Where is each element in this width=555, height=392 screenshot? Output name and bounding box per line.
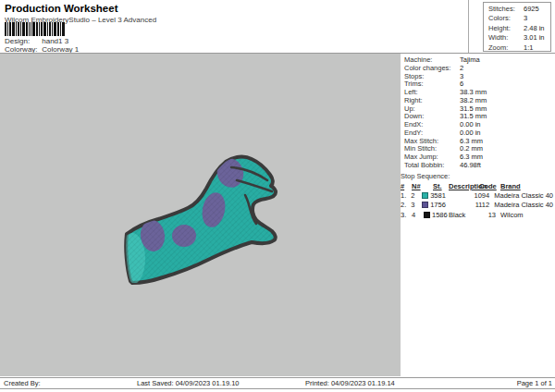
stat-label: Zoom:	[488, 43, 524, 53]
cell-st: 1586	[424, 211, 449, 220]
stop-sequence-title: Stop Sequence:	[401, 172, 553, 180]
info-value: 6.3 mm	[460, 153, 483, 161]
footer-rule-bottom	[0, 388, 555, 389]
cell-code: 1094	[475, 191, 490, 201]
info-value: 3	[460, 72, 463, 80]
col-header-code: Code	[479, 182, 496, 191]
info-value: 6	[460, 80, 463, 88]
footer-rule-top	[0, 377, 555, 378]
cell-num: 3.	[401, 211, 412, 220]
stat-value: 3.01 in	[524, 33, 545, 42]
header-divider	[468, 0, 469, 53]
info-value: 0.2 mm	[460, 144, 483, 153]
info-value: 0.00 in	[460, 129, 481, 137]
col-header-description: Description	[449, 182, 479, 191]
stat-row: Height:2.48 in	[488, 24, 550, 33]
cell-num: 1.	[401, 191, 411, 201]
stat-row: Width:3.01 in	[488, 33, 550, 43]
summary-stats-box: Stitches:6925 Colors:3 Height:2.48 in Wi…	[483, 2, 551, 52]
info-value: 31.5 mm	[460, 104, 487, 113]
stop-sequence-header-row: # N# St. Description Code Brand	[401, 182, 553, 191]
info-label: Total Bobbin:	[404, 162, 460, 170]
col-header-st: St.	[424, 182, 449, 191]
cell-n: 4	[412, 211, 424, 220]
stop-sequence-row: 3. 4 1586 Black 13 Wilcom	[401, 211, 553, 220]
stat-row: Stitches:6925	[488, 5, 550, 14]
stitch-count: 1756	[430, 201, 446, 209]
cell-code: 1112	[475, 201, 490, 210]
stop-sequence-row: 2. 3 1756 1112 Madeira Classic 40	[401, 201, 553, 210]
printed-text: Printed: 04/09/2023 01.19.14	[305, 379, 395, 387]
stat-value: 1:1	[524, 43, 533, 52]
stop-sequence-section: Stop Sequence: # N# St. Description Code…	[401, 172, 553, 220]
last-saved-text: Last Saved: 04/09/2023 01.19.10	[137, 379, 240, 387]
info-value: 6.3 mm	[460, 137, 483, 145]
thread-color-swatch	[422, 202, 428, 208]
col-header-n: N#	[412, 182, 424, 191]
info-value: 46.98ft	[460, 161, 481, 169]
thread-color-swatch	[424, 212, 430, 218]
info-value: Tajima	[460, 55, 480, 64]
info-value: 38.2 mm	[460, 96, 487, 104]
cell-brand: Wilcom	[496, 211, 553, 220]
stat-label: Width:	[488, 33, 524, 43]
stat-label: Stitches:	[488, 5, 524, 14]
barcode-icon	[5, 22, 66, 36]
cell-n: 2	[411, 191, 422, 201]
info-value: 2	[460, 64, 463, 72]
col-header-num: #	[401, 182, 412, 191]
page-number: Page 1 of 1	[517, 379, 552, 387]
stop-sequence-row: 1. 2 3581 1094 Madeira Classic 40	[401, 191, 553, 201]
stat-label: Height:	[488, 24, 524, 33]
cell-code: 13	[479, 211, 496, 220]
stat-row: Zoom:1:1	[488, 43, 550, 53]
thread-color-swatch	[422, 192, 428, 199]
cell-st: 3581	[422, 191, 446, 201]
production-worksheet-page: Production Worksheet Wilcom EmbroiderySt…	[0, 0, 555, 392]
created-by-label: Created By:	[4, 379, 41, 387]
cell-n: 3	[411, 201, 422, 210]
machine-info: Machine:Tajima Color changes:2 Stops:3 T…	[404, 56, 552, 170]
cell-num: 2.	[401, 201, 411, 210]
stitch-texture-2	[116, 148, 301, 287]
stat-label: Colors:	[488, 14, 524, 23]
col-header-brand: Brand	[496, 182, 553, 191]
cell-brand: Madeira Classic 40	[489, 191, 553, 201]
machine-info-row: Stops:3	[404, 73, 552, 81]
page-title: Production Worksheet	[5, 3, 117, 14]
stitch-count: 3581	[430, 191, 446, 200]
stat-value: 6925	[524, 5, 539, 13]
stat-value: 3	[524, 14, 527, 22]
machine-info-row: Total Bobbin:46.98ft	[404, 162, 552, 170]
info-value: 38.3 mm	[460, 88, 487, 96]
stat-row: Colors:3	[488, 14, 550, 23]
cell-st: 1756	[422, 201, 446, 210]
info-value: 31.5 mm	[460, 112, 487, 120]
cell-description: Black	[449, 211, 479, 220]
cell-brand: Madeira Classic 40	[489, 201, 553, 210]
info-value: 0.00 in	[460, 120, 481, 129]
embroidery-design-hand	[116, 148, 301, 287]
stitch-count: 1586	[432, 211, 448, 219]
stat-value: 2.48 in	[524, 24, 545, 32]
machine-info-row: Color changes:2	[404, 65, 552, 73]
